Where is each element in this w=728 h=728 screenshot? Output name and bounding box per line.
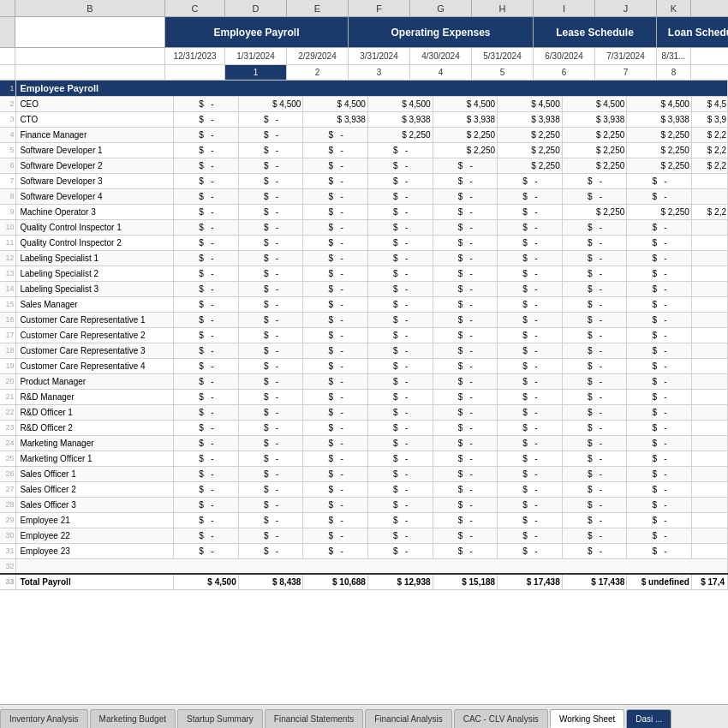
cell-d: $ - <box>238 451 303 466</box>
tab-working-sheet[interactable]: Working Sheet <box>550 709 624 728</box>
cell-k <box>691 543 727 558</box>
cell-d: $ - <box>238 142 303 158</box>
row-label: Sales Officer 2 <box>16 481 174 497</box>
cell-g: $ - <box>433 158 498 173</box>
row-num: 22 <box>0 404 16 420</box>
date-g: 4/30/2024 <box>410 48 472 64</box>
cell-j: $ 2,250 <box>627 158 692 173</box>
cell-e: $ 3,938 <box>303 111 368 127</box>
cell-e: $ - <box>303 404 368 420</box>
cell-h: $ - <box>498 188 563 204</box>
spreadsheet: B C D E F G H I J K Employee Payroll Ope… <box>0 0 728 728</box>
cell-g: $ - <box>433 420 498 435</box>
cell-c: $ - <box>174 158 239 173</box>
num-e: 2 <box>287 65 349 80</box>
tab-financial-statements[interactable]: Financial Statements <box>265 709 363 728</box>
cell-f: $ - <box>367 466 433 481</box>
row-label: Employee 22 <box>16 528 174 543</box>
tab-financial-analysis[interactable]: Financial Analysis <box>365 709 451 728</box>
row-label: Product Manager <box>16 373 174 389</box>
cell-c: $ - <box>174 266 239 281</box>
section-employee-payroll: Employee Payroll <box>165 17 349 47</box>
cell-i: $ - <box>562 235 627 250</box>
cell-j: $ 2,250 <box>627 204 692 219</box>
cell-f: $ - <box>367 512 433 528</box>
cell-d: $ - <box>238 435 303 451</box>
cell-d: $ - <box>238 404 303 420</box>
cell-i: $ 4,500 <box>562 96 627 111</box>
cell-e: $ - <box>303 466 368 481</box>
cell-j: $ - <box>627 451 692 466</box>
cell-h: $ - <box>498 235 563 250</box>
cell-c: $ - <box>174 312 239 327</box>
col-header-e: E <box>287 0 349 16</box>
cell-e: $ - <box>303 327 368 343</box>
cell-c: $ - <box>174 343 239 358</box>
cell-i: $ - <box>562 481 627 497</box>
cell-j: $ - <box>627 420 692 435</box>
cell-g: $ - <box>433 281 498 296</box>
cell-h: $ - <box>498 404 563 420</box>
cell-c: $ - <box>174 281 239 296</box>
cell-j: $ - <box>627 281 692 296</box>
tab-marketing-budget[interactable]: Marketing Budget <box>90 709 176 728</box>
cell-e: $ - <box>303 250 368 266</box>
cell-k <box>691 528 727 543</box>
cell-j: $ - <box>627 358 692 373</box>
cell-h: $ - <box>498 327 563 343</box>
cell-f: $ - <box>367 188 433 204</box>
cell-k <box>691 235 727 250</box>
col-header-g: G <box>410 0 472 16</box>
cell-f: $ - <box>367 420 433 435</box>
cell-k <box>691 327 727 343</box>
num-b <box>15 65 165 80</box>
cell-c: $ - <box>174 204 239 219</box>
cell-g: $ - <box>433 435 498 451</box>
num-c <box>165 65 225 80</box>
row-num: 1 <box>0 81 16 96</box>
cell-j: $ 2,250 <box>627 127 692 142</box>
tab-dasi-...[interactable]: Dasi ... <box>626 709 671 728</box>
cell-c: $ - <box>174 188 239 204</box>
row-label: Sales Officer 1 <box>16 466 174 481</box>
cell-e: $ - <box>303 158 368 173</box>
cell-j: $ - <box>627 389 692 404</box>
cell-i: $ - <box>562 543 627 558</box>
tab-startup-summary[interactable]: Startup Summary <box>177 709 263 728</box>
cell-f: $ - <box>367 543 433 558</box>
cell-h: $ - <box>498 281 563 296</box>
num-j: 7 <box>595 65 657 80</box>
cell-g: $ - <box>433 235 498 250</box>
cell-k <box>691 343 727 358</box>
row-num: 30 <box>0 528 16 543</box>
total-cell-f: $ 12,938 <box>367 574 433 589</box>
row-num: 2 <box>0 96 16 111</box>
cell-j: $ - <box>627 528 692 543</box>
cell-j: $ - <box>627 543 692 558</box>
cell-e: $ 4,500 <box>303 96 368 111</box>
cell-f: $ - <box>367 481 433 497</box>
row-num: 31 <box>0 543 16 558</box>
total-cell-k: $ 17,4 <box>691 574 727 589</box>
cell-g: $ 2,250 <box>433 142 498 158</box>
date-row: 12/31/2023 1/31/2024 2/29/2024 3/31/2024… <box>0 48 728 65</box>
tab-inventory-analysis[interactable]: Inventory Analysis <box>0 709 88 728</box>
cell-f: $ - <box>367 435 433 451</box>
cell-j: $ - <box>627 235 692 250</box>
cell-j: $ - <box>627 373 692 389</box>
tab-cac---clv-analysis[interactable]: CAC - CLV Analysis <box>454 709 548 728</box>
row-num: 25 <box>0 451 16 466</box>
cell-j: $ - <box>627 327 692 343</box>
cell-j: $ - <box>627 497 692 512</box>
row-label: Sales Manager <box>16 296 174 312</box>
cell-d: $ - <box>238 281 303 296</box>
cell-g: $ - <box>433 296 498 312</box>
num-d: 1 <box>225 65 287 80</box>
cell-i: $ - <box>562 266 627 281</box>
section-lease-schedule: Lease Schedule <box>534 17 657 47</box>
cell-h: $ - <box>498 497 563 512</box>
col-header-j: J <box>595 0 657 16</box>
cell-e: $ - <box>303 188 368 204</box>
row-label: Labeling Specialist 3 <box>16 281 174 296</box>
cell-j: $ - <box>627 466 692 481</box>
